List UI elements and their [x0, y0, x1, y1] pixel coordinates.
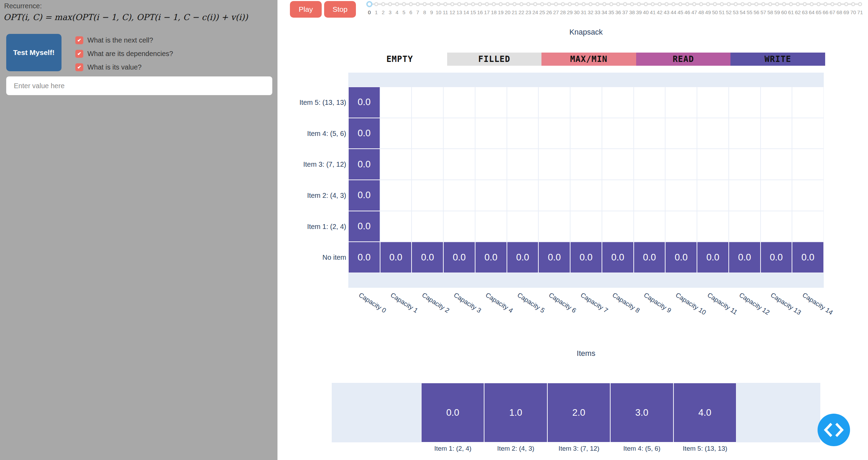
timeline-step-dot-6[interactable] — [409, 2, 413, 6]
timeline-step-dot-33[interactable] — [595, 2, 600, 6]
timeline-step-dot-62[interactable] — [796, 2, 800, 6]
timeline-step-dot-26[interactable] — [547, 2, 551, 6]
row-label-4: Item 1: (2, 4) — [279, 222, 346, 231]
grid-cell-r0-c13 — [761, 87, 792, 118]
timeline-step-dot-9[interactable] — [430, 2, 434, 6]
timeline-step-dot-51[interactable] — [720, 2, 724, 6]
timeline-step-label-42: 42 — [656, 9, 663, 15]
timeline-step-dot-53[interactable] — [734, 2, 738, 6]
timeline-step-dot-40[interactable] — [644, 2, 648, 6]
timeline-step-dot-25[interactable] — [540, 2, 544, 6]
timeline-step-dot-21[interactable] — [512, 2, 517, 6]
item-cell-4: 4.0 — [673, 383, 736, 442]
timeline-step-dot-69[interactable] — [844, 2, 848, 6]
grid-cell-r1-c3 — [443, 118, 475, 149]
timeline-step-dot-5[interactable] — [402, 2, 406, 6]
timeline-step-dot-3[interactable] — [388, 2, 392, 6]
timeline-step-dot-2[interactable] — [381, 2, 385, 6]
timeline-step-dot-65[interactable] — [817, 2, 821, 6]
timeline-step-dot-16[interactable] — [478, 2, 482, 6]
timeline-step-label-59: 59 — [774, 9, 781, 15]
timeline-step-dot-4[interactable] — [395, 2, 399, 6]
timeline-step-dot-45[interactable] — [678, 2, 682, 6]
timeline-step-dot-19[interactable] — [499, 2, 503, 6]
timeline-step-dot-23[interactable] — [526, 2, 530, 6]
timeline-step-dot-13[interactable] — [457, 2, 461, 6]
timeline-step-dot-64[interactable] — [810, 2, 814, 6]
timeline-step-dot-66[interactable] — [823, 2, 828, 6]
timeline-step-label-53: 53 — [732, 9, 739, 15]
timeline-step-dot-22[interactable] — [519, 2, 523, 6]
timeline-step-dot-42[interactable] — [658, 2, 662, 6]
timeline-step-dot-11[interactable] — [443, 2, 447, 6]
timeline-step-dot-12[interactable] — [450, 2, 454, 6]
timeline-step-dot-43[interactable] — [664, 2, 669, 6]
grid-cell-r0-c11 — [697, 87, 729, 118]
timeline-step-label-13: 13 — [456, 9, 463, 15]
timeline-step-dot-31[interactable] — [582, 2, 586, 6]
timeline-step-dot-0[interactable] — [366, 1, 372, 7]
timeline-step-dot-54[interactable] — [740, 2, 745, 6]
timeline-step-dot-7[interactable] — [416, 2, 420, 6]
timeline-step-dot-56[interactable] — [754, 2, 758, 6]
timeline-step-dot-61[interactable] — [789, 2, 793, 6]
answer-input[interactable] — [6, 76, 272, 95]
timeline-step-dot-15[interactable] — [471, 2, 475, 6]
timeline-step-dot-59[interactable] — [775, 2, 779, 6]
col-label-12: Capacity 12 — [738, 291, 771, 316]
grid-cell-r0-c5 — [507, 87, 539, 118]
timeline-step-dot-48[interactable] — [699, 2, 703, 6]
timeline-step-dot-47[interactable] — [692, 2, 696, 6]
timeline-step-dot-29[interactable] — [568, 2, 572, 6]
grid-cell-r2-c6 — [538, 149, 570, 180]
grid-cell-r5-c10: 0.0 — [665, 242, 697, 273]
timeline-step-dot-63[interactable] — [803, 2, 807, 6]
timeline-step-dot-35[interactable] — [609, 2, 613, 6]
timeline-step-dot-44[interactable] — [671, 2, 676, 6]
test-myself-button[interactable]: Test Myself! — [6, 34, 62, 71]
timeline-step-dot-36[interactable] — [616, 2, 620, 6]
timeline-step-dot-52[interactable] — [727, 2, 731, 6]
timeline-step-dot-27[interactable] — [554, 2, 558, 6]
timeline-step-dot-32[interactable] — [588, 2, 593, 6]
timeline-step-dot-58[interactable] — [768, 2, 772, 6]
timeline-step-dot-71[interactable] — [858, 2, 862, 6]
checkbox-2[interactable]: ✔ — [75, 50, 83, 58]
timeline-step-dot-38[interactable] — [630, 2, 634, 6]
timeline-step-dot-41[interactable] — [651, 2, 655, 6]
timeline-step-dot-30[interactable] — [575, 2, 579, 6]
timeline-step-dot-14[interactable] — [464, 2, 468, 6]
timeline-step-dot-60[interactable] — [782, 2, 786, 6]
grid-cell-r4-c10 — [665, 211, 697, 242]
timeline-step-dot-8[interactable] — [423, 2, 427, 6]
timeline-step-dot-55[interactable] — [747, 2, 752, 6]
timeline-step-label-62: 62 — [794, 9, 801, 15]
checkbox-1[interactable]: ✔ — [75, 36, 83, 44]
timeline-step-dot-17[interactable] — [485, 2, 489, 6]
grid-cell-r5-c0: 0.0 — [348, 242, 380, 273]
timeline-step-dot-10[interactable] — [436, 2, 441, 6]
checkbox-3[interactable]: ✔ — [75, 63, 83, 71]
timeline-step-dot-34[interactable] — [602, 2, 606, 6]
timeline-step-dot-28[interactable] — [561, 2, 565, 6]
play-button[interactable]: Play — [290, 1, 322, 18]
timeline-step-label-61: 61 — [787, 9, 794, 15]
grid-cell-r5-c11: 0.0 — [697, 242, 729, 273]
timeline-step-dot-46[interactable] — [685, 2, 689, 6]
scroll-toggle-button[interactable] — [818, 414, 850, 446]
timeline-step-dot-50[interactable] — [713, 2, 717, 6]
timeline-step-dot-18[interactable] — [492, 2, 496, 6]
timeline-step-dot-57[interactable] — [761, 2, 765, 6]
timeline-step-dot-70[interactable] — [851, 2, 855, 6]
stop-button[interactable]: Stop — [324, 1, 356, 18]
timeline-step-dot-24[interactable] — [533, 2, 537, 6]
grid-cell-r3-c6 — [538, 180, 570, 211]
timeline-step-dot-39[interactable] — [637, 2, 641, 6]
timeline-step-label-43: 43 — [663, 9, 670, 15]
timeline-step-dot-20[interactable] — [506, 2, 510, 6]
timeline-step-dot-67[interactable] — [830, 2, 834, 6]
timeline-step-dot-68[interactable] — [837, 2, 841, 6]
timeline-step-dot-1[interactable] — [374, 2, 378, 6]
timeline-step-dot-37[interactable] — [623, 2, 627, 6]
timeline-step-dot-49[interactable] — [706, 2, 710, 6]
